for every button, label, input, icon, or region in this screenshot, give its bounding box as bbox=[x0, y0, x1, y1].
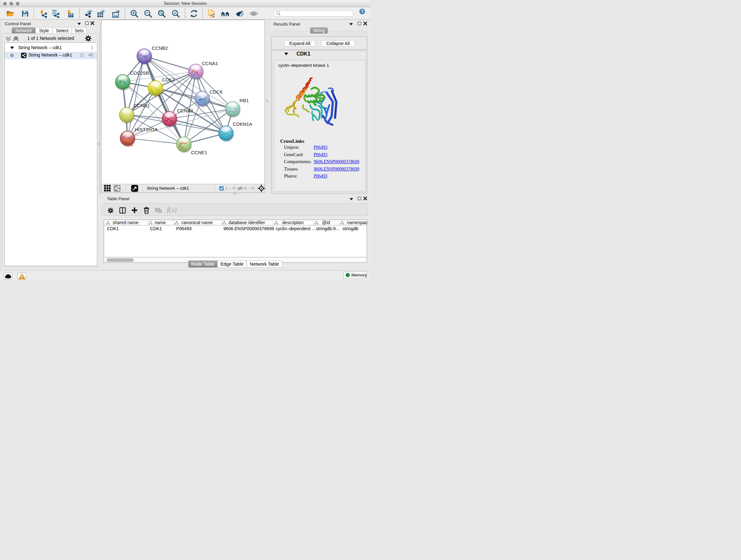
svg-text:CDK1: CDK1 bbox=[162, 77, 175, 82]
svg-text:CCNA1: CCNA1 bbox=[202, 61, 218, 66]
svg-text:CDC6: CDC6 bbox=[210, 89, 223, 95]
svg-text:CCNA2: CCNA2 bbox=[177, 108, 193, 113]
svg-text:HIST1H1A: HIST1H1A bbox=[135, 127, 158, 132]
svg-text:CDKN1A: CDKN1A bbox=[233, 121, 253, 127]
svg-text:CCNB2: CCNB2 bbox=[152, 45, 168, 51]
svg-text:CDC25B: CDC25B bbox=[130, 70, 149, 76]
svg-text:CCNE1: CCNE1 bbox=[191, 150, 207, 155]
svg-text:RB1: RB1 bbox=[240, 98, 249, 103]
svg-text:CCNB1: CCNB1 bbox=[134, 103, 150, 108]
